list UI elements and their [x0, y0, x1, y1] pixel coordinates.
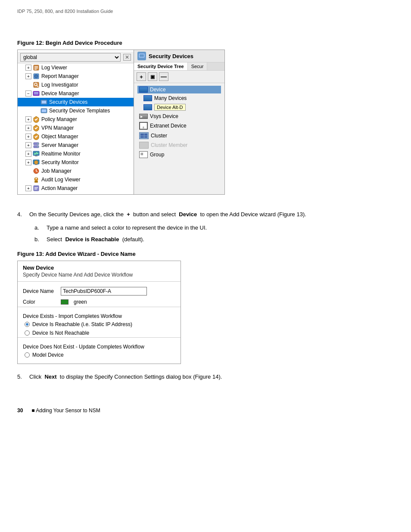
add-button[interactable]: + — [137, 72, 146, 81]
doc-header: IDP 75, 250, 800, and 8200 Installation … — [17, 9, 394, 14]
svg-rect-27 — [34, 181, 38, 183]
radio1[interactable] — [25, 322, 30, 327]
device-item-extranet[interactable]: ≡ Extranet Device — [137, 121, 221, 131]
policy-manager-label: Policy Manager — [41, 116, 77, 122]
wizard-title: New Device — [18, 261, 181, 272]
log-viewer-icon — [33, 64, 40, 71]
radio2-label: Device Is Not Reachable — [32, 330, 89, 336]
toggle-log-viewer[interactable]: + — [25, 65, 31, 71]
tree-item-policy-manager[interactable]: + Policy Manager — [18, 115, 134, 124]
security-monitor-icon — [33, 159, 40, 166]
radio3[interactable] — [25, 352, 30, 358]
tree-item-action-manager[interactable]: + Action Manager — [18, 184, 134, 193]
toggle-device-manager[interactable]: − — [25, 90, 31, 96]
toggle-security-monitor[interactable]: + — [25, 159, 31, 165]
svg-rect-23 — [35, 164, 37, 165]
action-manager-label: Action Manager — [41, 185, 78, 191]
wizard-divider2 — [18, 307, 181, 307]
tree-item-object-manager[interactable]: + Object Manager — [18, 132, 134, 141]
device-item-many-devices[interactable]: Many Devices — [137, 94, 221, 102]
radio1-row[interactable]: Device Is Reachable (i.e. Static IP Addr… — [18, 320, 181, 329]
device-label: Device — [150, 87, 166, 93]
tree-item-realtime-monitor[interactable]: + Realtime Monitor — [18, 149, 134, 158]
realtime-monitor-label: Realtime Monitor — [41, 151, 81, 157]
figure13-container: New Device Specify Device Name And Add D… — [17, 261, 181, 364]
svg-rect-30 — [34, 189, 37, 190]
right-pane-tabs: Security Device Tree Secur — [134, 62, 224, 71]
color-value: green — [74, 299, 87, 305]
close-button[interactable]: ✕ — [123, 54, 131, 61]
radio2-row[interactable]: Device Is Not Reachable — [18, 329, 181, 337]
report-manager-label: Report Manager — [41, 73, 79, 79]
step4a-text: Type a name and select a color to repres… — [47, 224, 207, 233]
tree-item-vpn-manager[interactable]: + VPN Manager — [18, 124, 134, 132]
tab-security-device-tree[interactable]: Security Device Tree — [134, 62, 188, 70]
delete-button[interactable]: — — [159, 72, 168, 81]
tree-item-job-manager[interactable]: Job Manager — [18, 167, 134, 175]
step5-item: 5. Click Next to display the Specify Con… — [17, 373, 394, 382]
section1-label: Device Exists - Import Completes Workflo… — [18, 311, 181, 320]
device-name-input[interactable] — [61, 287, 147, 296]
policy-manager-icon — [33, 116, 40, 123]
tree-item-security-devices[interactable]: Security Devices — [18, 98, 134, 106]
step5-bold: Next — [44, 373, 56, 380]
realtime-monitor-icon — [33, 150, 40, 157]
copy-button[interactable]: ▣ — [148, 72, 157, 81]
device-item-cluster[interactable]: Cluster — [137, 131, 221, 140]
tree-item-report-manager[interactable]: + Report Manager — [18, 72, 134, 81]
device-item-group[interactable]: ⊞ Group — [137, 150, 221, 159]
step4b-bold: Device is Reachable — [65, 236, 119, 243]
step4-bold: Device — [179, 211, 197, 218]
radio2[interactable] — [25, 330, 30, 336]
tree-item-audit-log-viewer[interactable]: Audit Log Viewer — [18, 175, 134, 184]
security-device-templates-icon — [40, 107, 47, 114]
tree-item-log-viewer[interactable]: + Log Viewer — [18, 63, 134, 72]
tree-item-device-manager[interactable]: − Device Manager — [18, 89, 134, 98]
toggle-report-manager[interactable]: + — [25, 73, 31, 79]
wizard-divider — [18, 281, 181, 282]
wizard-device-name-row: Device Name — [18, 285, 181, 297]
step4b-text2: (default). — [122, 236, 144, 243]
global-dropdown[interactable]: global — [20, 53, 121, 62]
step4-section: 4. On the Security Devices age, click th… — [17, 210, 394, 244]
device-item-device[interactable]: Device — [137, 86, 221, 93]
object-manager-label: Object Manager — [41, 134, 78, 140]
left-pane: global ✕ + Log Viewer + — [18, 50, 134, 194]
server-manager-icon — [33, 142, 40, 149]
step4a-item: a. Type a name and select a color to rep… — [34, 224, 394, 233]
svg-rect-28 — [34, 186, 39, 191]
svg-rect-32 — [140, 54, 144, 57]
tree-item-server-manager[interactable]: + Server Manager — [18, 141, 134, 149]
tree-item-security-device-templates[interactable]: Security Device Templates — [18, 106, 134, 115]
security-monitor-label: Security Monitor — [41, 159, 79, 165]
job-manager-label: Job Manager — [41, 168, 72, 174]
radio3-row[interactable]: Model Device — [18, 351, 181, 359]
page-footer: 30 ■ Adding Your Sensor to NSM — [17, 408, 394, 414]
device-item-vsys[interactable]: ▶ Vsys Device — [137, 112, 221, 120]
step4-text3: to open the Add Device wizard (Figure 13… — [200, 211, 306, 218]
toggle-action-manager[interactable]: + — [25, 185, 31, 191]
device-manager-label: Device Manager — [41, 90, 79, 96]
svg-rect-21 — [35, 156, 37, 156]
device-name-label: Device Name — [23, 288, 57, 294]
radio3-label: Model Device — [32, 352, 64, 358]
section2-label: Device Does Not Exist - Update Completes… — [18, 341, 181, 351]
svg-point-18 — [37, 143, 38, 144]
toggle-vpn-manager[interactable]: + — [25, 125, 31, 131]
tree-item-log-investigator[interactable]: Log Investigator — [18, 81, 134, 89]
svg-rect-2 — [34, 68, 38, 68]
cluster-label: Cluster — [151, 133, 167, 139]
device-item-cluster-member[interactable]: Cluster Member — [137, 141, 221, 149]
toggle-policy-manager[interactable]: + — [25, 116, 31, 122]
toggle-realtime-monitor[interactable]: + — [25, 151, 31, 157]
tree-item-security-monitor[interactable]: + Security Monitor — [18, 158, 134, 167]
job-manager-icon — [33, 168, 40, 174]
figure13-label: Figure 13: Add Device Wizard - Device Na… — [17, 251, 394, 257]
toggle-server-manager[interactable]: + — [25, 142, 31, 148]
toggle-object-manager[interactable]: + — [25, 134, 31, 140]
tab-secur[interactable]: Secur — [188, 62, 208, 70]
color-label: Color — [23, 299, 57, 305]
log-investigator-icon — [33, 81, 40, 88]
step4-item: 4. On the Security Devices age, click th… — [17, 210, 394, 219]
svg-rect-1 — [34, 66, 38, 67]
